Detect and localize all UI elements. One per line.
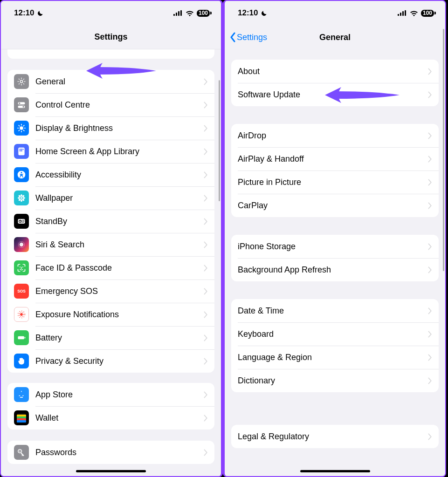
svg-rect-3 — [180, 10, 182, 16]
face-icon — [14, 260, 29, 275]
settings-row-display[interactable]: Display & Brightness — [7, 116, 214, 140]
general-row-dict[interactable]: Dictionary — [231, 369, 439, 392]
general-row-carplay[interactable]: CarPlay — [231, 194, 439, 217]
list-group: App StoreWallet — [7, 383, 214, 429]
chevron-right-icon — [428, 331, 432, 338]
row-label: Legal & Regulatory — [238, 432, 428, 442]
row-label: AirPlay & Handoff — [238, 154, 428, 164]
svg-rect-5 — [400, 13, 401, 16]
general-row-legal[interactable]: Legal & Regulatory — [231, 425, 439, 448]
row-label: Wallpaper — [35, 193, 204, 203]
chevron-right-icon — [204, 449, 208, 456]
do-not-disturb-icon — [37, 10, 44, 17]
settings-row-standby[interactable]: StandBy — [7, 210, 214, 233]
row-label: Face ID & Passcode — [35, 263, 204, 273]
settings-row-privacy[interactable]: Privacy & Security — [7, 349, 214, 373]
list-group-partial — [7, 49, 214, 59]
settings-row-wallet[interactable]: Wallet — [7, 406, 214, 429]
grid-icon — [14, 144, 29, 159]
general-row-keyboard[interactable]: Keyboard — [231, 322, 439, 346]
chevron-right-icon — [204, 195, 208, 202]
accessibility-icon — [14, 167, 29, 182]
chevron-right-icon — [428, 132, 432, 139]
battery-icon: 100 — [421, 10, 434, 17]
gear-icon — [14, 74, 29, 89]
chevron-right-icon — [428, 202, 432, 209]
list-group: AboutSoftware Update — [231, 60, 439, 106]
chevron-right-icon — [204, 415, 208, 422]
svg-rect-0 — [173, 14, 175, 16]
home-indicator — [76, 470, 146, 472]
page-title: Settings — [94, 32, 127, 42]
settings-row-access[interactable]: Accessibility — [7, 163, 214, 186]
general-row-pip[interactable]: Picture in Picture — [231, 170, 439, 194]
row-label: iPhone Storage — [238, 242, 428, 252]
list-group: AirDropAirPlay & HandoffPicture in Pictu… — [231, 124, 439, 217]
status-bar: 12:10 100 — [1, 1, 221, 25]
settings-row-exposure[interactable]: Exposure Notifications — [7, 303, 214, 326]
wifi-icon — [410, 10, 418, 16]
settings-row-home[interactable]: Home Screen & App Library — [7, 140, 214, 163]
chevron-right-icon — [428, 156, 432, 163]
sun-icon — [14, 121, 29, 136]
svg-rect-1 — [176, 13, 177, 16]
settings-row-control[interactable]: Control Centre — [7, 93, 214, 116]
chevron-right-icon — [428, 266, 432, 273]
general-row-datetime[interactable]: Date & Time — [231, 299, 439, 322]
row-label: Accessibility — [35, 170, 204, 180]
row-label: Keyboard — [238, 329, 428, 339]
do-not-disturb-icon — [261, 10, 268, 17]
row-label: Home Screen & App Library — [35, 147, 204, 157]
settings-row-appstore[interactable]: App Store — [7, 383, 214, 406]
settings-row-face[interactable]: Face ID & Passcode — [7, 256, 214, 279]
scroll-indicator — [443, 29, 444, 271]
general-row-storage[interactable]: iPhone Storage — [231, 235, 439, 258]
general-row-bgrefresh[interactable]: Background App Refresh — [231, 258, 439, 281]
sos-icon — [14, 284, 29, 299]
list-group: Date & TimeKeyboardLanguage & RegionDict… — [231, 299, 439, 392]
general-row-swupdate[interactable]: Software Update — [231, 83, 439, 106]
settings-row-siri[interactable]: Siri & Search — [7, 233, 214, 256]
chevron-right-icon — [204, 125, 208, 132]
settings-list[interactable]: GeneralControl CentreDisplay & Brightnes… — [1, 49, 221, 476]
settings-row-passwords[interactable]: Passwords — [7, 441, 214, 464]
svg-rect-4 — [398, 14, 399, 16]
back-button[interactable]: Settings — [229, 25, 267, 49]
chevron-right-icon — [428, 377, 432, 384]
clock-icon — [14, 214, 29, 229]
phone-settings: 12:10 100 Settings GeneralControl Centre… — [0, 0, 223, 477]
cellular-icon — [173, 10, 183, 16]
exposure-icon — [14, 307, 29, 322]
row-label: About — [238, 67, 428, 76]
settings-row-wall[interactable]: Wallpaper — [7, 186, 214, 210]
home-indicator — [300, 470, 370, 472]
row-label: Picture in Picture — [238, 177, 428, 187]
general-row-about[interactable]: About — [231, 60, 439, 83]
status-bar: 12:10 100 — [225, 1, 445, 25]
row-label: Display & Brightness — [35, 123, 204, 133]
siri-icon — [14, 237, 29, 252]
chevron-right-icon — [204, 265, 208, 272]
row-label: AirDrop — [238, 131, 428, 141]
battery-icon: 100 — [197, 10, 210, 17]
chevron-right-icon — [428, 307, 432, 314]
settings-row-sos[interactable]: Emergency SOS — [7, 279, 214, 303]
wifi-icon — [186, 10, 194, 16]
chevron-right-icon — [428, 68, 432, 75]
chevron-right-icon — [204, 334, 208, 341]
chevron-right-icon — [428, 243, 432, 250]
row-label: Battery — [35, 333, 204, 343]
row-label: Emergency SOS — [35, 286, 204, 296]
row-label: Exposure Notifications — [35, 310, 204, 320]
toggles-icon — [14, 97, 29, 112]
settings-row-general[interactable]: General — [7, 70, 214, 93]
chevron-right-icon — [204, 358, 208, 365]
chevron-left-icon — [229, 32, 236, 42]
general-list[interactable]: AboutSoftware UpdateAirDropAirPlay & Han… — [225, 49, 445, 476]
chevron-right-icon — [204, 78, 208, 85]
general-row-airdrop[interactable]: AirDrop — [231, 124, 439, 147]
general-row-airplay[interactable]: AirPlay & Handoff — [231, 147, 439, 170]
list-group: Passwords — [7, 441, 214, 464]
settings-row-battery[interactable]: Battery — [7, 326, 214, 349]
general-row-lang[interactable]: Language & Region — [231, 346, 439, 369]
